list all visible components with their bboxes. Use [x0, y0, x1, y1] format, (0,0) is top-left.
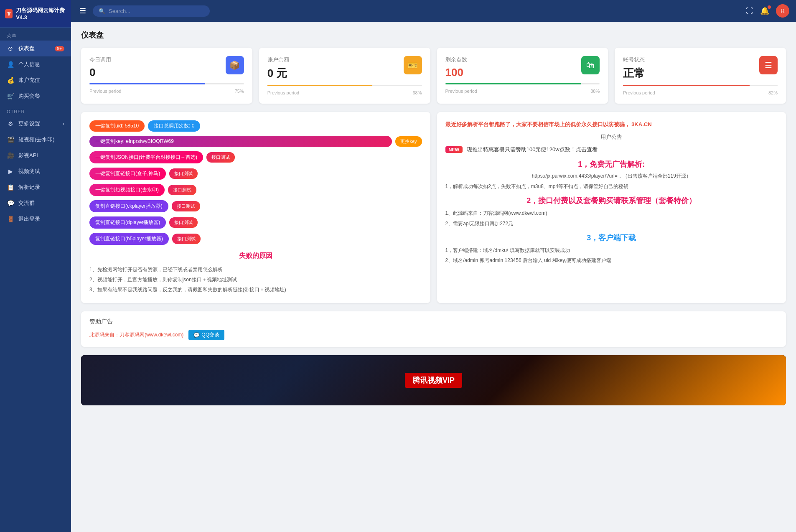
progress-fill-3 [623, 85, 750, 86]
test-ckplayer-button[interactable]: 接口测试 [172, 201, 200, 211]
progress-bg-3 [623, 85, 778, 86]
test-direct-box-button[interactable]: 接口测试 [169, 168, 198, 179]
api-row-h5player: 复制直链接口(h5player播放器) 接口测试 [89, 233, 422, 245]
sidebar-item-recharge[interactable]: 💰 账户充值 [0, 72, 71, 88]
api-row-short-video: 一键复制短视频接口(去水印) 接口测试 [89, 184, 422, 196]
sidebar-item-video-test[interactable]: ▶ 视频测试 [0, 163, 71, 179]
topbar: ☰ 🔍 ⛶ 🔔 R [71, 0, 796, 22]
qq-btn-label: QQ交谈 [201, 331, 219, 339]
right-panel: 最近好多解析平台都跑路了，大家不要相信市场上的低价永久接口以防被骗， 3KA.C… [437, 112, 786, 303]
stat-card-points: 剩余点数 100 🛍 Previous period 88% [437, 48, 608, 104]
stat-value-1: 0 元 [267, 66, 289, 81]
api-row-json: 一键复制JSON接口(计费平台对接接口→首选) 接口测试 [89, 151, 422, 163]
progress-fill-2 [445, 83, 581, 84]
content-area: 仪表盘 今日调用 0 📦 Previous period 75% [71, 22, 796, 532]
test-dplayer-button[interactable]: 接口测试 [169, 217, 198, 228]
sidebar-item-label: 退出登录 [18, 215, 40, 223]
sidebar-item-label: 视频测试 [18, 168, 40, 175]
app-title: 刀客源码网云海计费V4.3 [16, 7, 66, 20]
test-short-video-button[interactable]: 接口测试 [168, 185, 196, 195]
failure-item-1: 2、视频能打开，且官方能播放，则你复制json接口＋视频地址测试 [89, 275, 422, 285]
sponsor-source-text: 此源码来自：刀客源码网(www.dkewl.com) [89, 331, 183, 339]
movie-api-icon: 🎥 [7, 152, 14, 159]
stat-footer-3: Previous period 82% [623, 90, 778, 95]
prev-label-1: Previous period [267, 90, 299, 95]
api-extra-text: 2、需要api无限接口再加272元 [445, 219, 778, 228]
stat-title-1: 账户余额 [267, 56, 289, 64]
heading1: 1，免费无广告解析: [445, 159, 778, 169]
sidebar-item-parse-record[interactable]: 📋 解析记录 [0, 179, 71, 195]
avatar[interactable]: R [776, 4, 789, 18]
sidebar-item-movie-api[interactable]: 🎥 影视API [0, 148, 71, 163]
failure-item-2: 3、如果有结果不是我线路问题，反之我的，请截图和失败的解析链接(带接口＋视频地址… [89, 285, 422, 295]
stat-footer-2: Previous period 88% [445, 89, 600, 94]
sidebar-item-short-video[interactable]: 🎬 短视频(去水印) [0, 132, 71, 148]
dashboard-icon: ⊙ [7, 45, 14, 52]
stat-card-today-calls: 今日调用 0 📦 Previous period 75% [81, 48, 252, 104]
copy-dplayer-button[interactable]: 复制直链接口(dplayer播放器) [89, 216, 166, 229]
sidebar-item-buy-package[interactable]: 🛒 购买套餐 [0, 88, 71, 104]
stat-icon-3: ☰ [759, 56, 778, 74]
api-row-direct-box: 一键复制直链接口(盒子,神马) 接口测试 [89, 168, 422, 180]
sidebar-item-dashboard[interactable]: ⊙ 仪表盘 9+ [0, 41, 71, 56]
prev-pct-3: 82% [768, 90, 778, 95]
failure-list: 1、先检测网站打开是否有资源，已经下线或者禁用怎么解析 2、视频能打开，且官方能… [89, 265, 422, 295]
api-row-uid: 一键复制uid: 58510 接口总调用次数: 0 [89, 120, 422, 132]
topbar-right: ⛶ 🔔 R [746, 4, 789, 18]
prev-pct-1: 68% [412, 90, 422, 95]
sidebar-item-label: 短视频(去水印) [18, 136, 55, 143]
search-box: 🔍 [93, 5, 210, 17]
sidebar-item-label: 交流群 [18, 199, 35, 207]
sidebar-item-label: 个人信息 [18, 61, 40, 68]
page-title: 仪表盘 [81, 30, 786, 40]
stat-icon-1: 🎫 [404, 56, 422, 74]
search-input[interactable] [109, 8, 201, 14]
stat-icon-2: 🛍 [581, 56, 600, 74]
prev-label-0: Previous period [89, 89, 121, 94]
stat-card-status: 账号状态 正常 ☰ Previous period 82% [615, 48, 786, 104]
stat-title-2: 剩余点数 [445, 56, 467, 64]
copy-short-video-button[interactable]: 一键复制短视频接口(去水印) [89, 184, 165, 196]
progress-bg-2 [445, 83, 600, 84]
sidebar-item-profile[interactable]: 👤 个人信息 [0, 56, 71, 72]
prev-pct-2: 88% [590, 89, 600, 94]
copy-h5player-button[interactable]: 复制直链接口(h5player播放器) [89, 233, 169, 245]
qq-btn[interactable]: 💬 QQ交谈 [188, 330, 224, 340]
main-area: ☰ 🔍 ⛶ 🔔 R 仪表盘 今日调用 0 [71, 0, 796, 532]
sidebar-logo: 🗡 刀客源码网云海计费V4.3 [0, 0, 71, 28]
sponsor-title: 赞助广告 [89, 318, 778, 326]
notification-button[interactable]: 🔔 [760, 6, 769, 15]
uid-badge[interactable]: 一键复制uid: 58510 [89, 120, 145, 132]
left-panel: 一键复制uid: 58510 接口总调用次数: 0 一键复制key: efnpr… [81, 112, 430, 303]
sidebar-item-qq-group[interactable]: 💬 交流群 [0, 195, 71, 211]
sponsor-section: 赞助广告 此源码来自：刀客源码网(www.dkewl.com) 💬 QQ交谈 [81, 311, 786, 347]
copy-json-button[interactable]: 一键复制JSON接口(计费平台对接接口→首选) [89, 151, 203, 163]
stat-icon-0: 📦 [226, 56, 244, 74]
copy-ckplayer-button[interactable]: 复制直链接口(ckplayer播放器) [89, 200, 168, 212]
sponsor-links: 此源码来自：刀客源码网(www.dkewl.com) 💬 QQ交谈 [89, 330, 778, 340]
main-row: 一键复制uid: 58510 接口总调用次数: 0 一键复制key: efnpr… [81, 112, 786, 303]
progress-fill-1 [267, 85, 372, 86]
stat-title-3: 账号状态 [623, 56, 645, 64]
warning-text: 最近好多解析平台都跑路了，大家不要相信市场上的低价永久接口以防被骗， 3KA.C… [445, 120, 778, 129]
hamburger-button[interactable]: ☰ [78, 5, 88, 17]
failure-item-0: 1、先检测网站打开是否有资源，已经下线或者禁用怎么解析 [89, 265, 422, 275]
progress-bg-0 [89, 83, 244, 84]
sidebar-item-logout[interactable]: 🚪 退出登录 [0, 211, 71, 227]
copy-direct-box-button[interactable]: 一键复制直链接口(盒子,神马) [89, 168, 166, 180]
stat-value-0: 0 [89, 66, 111, 79]
sidebar-item-more-settings[interactable]: ⚙ 更多设置 › [0, 116, 71, 132]
expand-button[interactable]: ⛶ [746, 7, 753, 15]
key-badge[interactable]: 一键复制key: efnprstwyBIOQRW69 [89, 136, 392, 147]
profile-icon: 👤 [7, 61, 14, 68]
notice-line-1: 1，解析成功每次扣2点，失败不扣点，m3u8、mp4等不扣点，请保管好自己的秘钥 [445, 182, 778, 191]
test-json-button[interactable]: 接口测试 [206, 152, 235, 163]
video-test-icon: ▶ [7, 168, 14, 175]
test-h5player-button[interactable]: 接口测试 [172, 234, 201, 244]
change-key-button[interactable]: 更换key [395, 136, 422, 147]
menu-section-label: 菜单 [0, 28, 71, 41]
promo-text: NEW 现推出特惠套餐只需赞助100元便120w点数！点击查看 [445, 146, 778, 153]
parse-record-icon: 📋 [7, 184, 14, 191]
source-text: 1、此源码来自：刀客源码网(www.dkewl.com) [445, 209, 778, 217]
stat-footer-0: Previous period 75% [89, 89, 244, 94]
